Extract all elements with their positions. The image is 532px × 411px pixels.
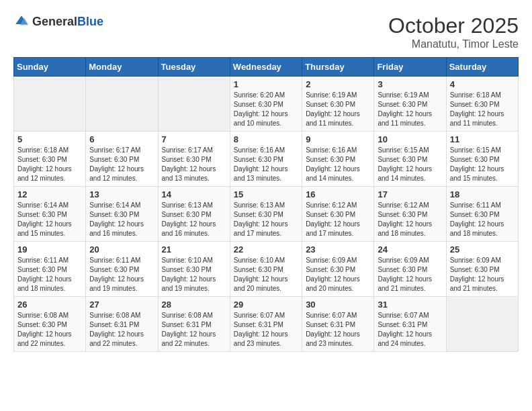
- title-section: October 2025 Manatutu, Timor Leste: [388, 13, 519, 50]
- day-info: Sunrise: 6:08 AM Sunset: 6:31 PM Dayligh…: [162, 311, 226, 349]
- day-number: 28: [162, 300, 226, 310]
- weekday-header-wednesday: Wednesday: [230, 58, 302, 77]
- day-number: 2: [306, 79, 370, 89]
- calendar-cell: 5Sunrise: 6:18 AM Sunset: 6:30 PM Daylig…: [14, 132, 86, 187]
- calendar-cell: 26Sunrise: 6:08 AM Sunset: 6:30 PM Dayli…: [14, 297, 86, 352]
- weekday-header-tuesday: Tuesday: [158, 58, 230, 77]
- calendar-cell: 6Sunrise: 6:17 AM Sunset: 6:30 PM Daylig…: [86, 132, 158, 187]
- day-info: Sunrise: 6:10 AM Sunset: 6:30 PM Dayligh…: [162, 256, 226, 293]
- day-number: 15: [234, 189, 298, 199]
- day-number: 17: [378, 189, 442, 199]
- day-info: Sunrise: 6:07 AM Sunset: 6:31 PM Dayligh…: [378, 311, 442, 349]
- location-subtitle: Manatutu, Timor Leste: [388, 38, 519, 50]
- day-info: Sunrise: 6:09 AM Sunset: 6:30 PM Dayligh…: [306, 256, 370, 293]
- day-number: 12: [17, 189, 82, 199]
- calendar-cell: 8Sunrise: 6:16 AM Sunset: 6:30 PM Daylig…: [230, 132, 302, 187]
- day-info: Sunrise: 6:17 AM Sunset: 6:30 PM Dayligh…: [89, 146, 154, 183]
- day-number: 18: [450, 189, 515, 199]
- calendar-cell: [158, 77, 230, 132]
- day-info: Sunrise: 6:12 AM Sunset: 6:30 PM Dayligh…: [378, 201, 442, 238]
- day-number: 10: [378, 134, 442, 144]
- day-info: Sunrise: 6:14 AM Sunset: 6:30 PM Dayligh…: [17, 201, 82, 238]
- day-info: Sunrise: 6:11 AM Sunset: 6:30 PM Dayligh…: [17, 256, 82, 293]
- day-number: 4: [450, 79, 515, 89]
- calendar-cell: 28Sunrise: 6:08 AM Sunset: 6:31 PM Dayli…: [158, 297, 230, 352]
- day-info: Sunrise: 6:18 AM Sunset: 6:30 PM Dayligh…: [17, 146, 82, 183]
- calendar-cell: 12Sunrise: 6:14 AM Sunset: 6:30 PM Dayli…: [14, 187, 86, 242]
- calendar-cell: 19Sunrise: 6:11 AM Sunset: 6:30 PM Dayli…: [14, 242, 86, 297]
- day-number: 6: [89, 134, 154, 144]
- weekday-header-friday: Friday: [374, 58, 446, 77]
- day-info: Sunrise: 6:11 AM Sunset: 6:30 PM Dayligh…: [89, 256, 154, 293]
- day-info: Sunrise: 6:11 AM Sunset: 6:30 PM Dayligh…: [450, 201, 515, 238]
- day-info: Sunrise: 6:16 AM Sunset: 6:30 PM Dayligh…: [234, 146, 298, 183]
- logo-blue-text: Blue: [77, 15, 103, 28]
- calendar-cell: [446, 297, 518, 352]
- calendar-cell: [86, 77, 158, 132]
- day-number: 21: [162, 244, 226, 255]
- month-year-title: October 2025: [388, 13, 519, 38]
- day-info: Sunrise: 6:07 AM Sunset: 6:31 PM Dayligh…: [306, 311, 370, 349]
- day-info: Sunrise: 6:13 AM Sunset: 6:30 PM Dayligh…: [234, 201, 298, 238]
- day-number: 3: [378, 79, 442, 89]
- page-header: GeneralBlue October 2025 Manatutu, Timor…: [13, 13, 519, 50]
- calendar-cell: 2Sunrise: 6:19 AM Sunset: 6:30 PM Daylig…: [302, 77, 374, 132]
- calendar-cell: 30Sunrise: 6:07 AM Sunset: 6:31 PM Dayli…: [302, 297, 374, 352]
- day-info: Sunrise: 6:16 AM Sunset: 6:30 PM Dayligh…: [306, 146, 370, 183]
- calendar-week-row: 19Sunrise: 6:11 AM Sunset: 6:30 PM Dayli…: [14, 242, 519, 297]
- calendar-cell: 11Sunrise: 6:15 AM Sunset: 6:30 PM Dayli…: [446, 132, 518, 187]
- calendar-cell: 22Sunrise: 6:10 AM Sunset: 6:30 PM Dayli…: [230, 242, 302, 297]
- calendar-cell: 31Sunrise: 6:07 AM Sunset: 6:31 PM Dayli…: [374, 297, 446, 352]
- day-number: 8: [234, 134, 298, 144]
- calendar-cell: 4Sunrise: 6:18 AM Sunset: 6:30 PM Daylig…: [446, 77, 518, 132]
- day-number: 13: [89, 189, 154, 199]
- calendar-cell: 14Sunrise: 6:13 AM Sunset: 6:30 PM Dayli…: [158, 187, 230, 242]
- day-number: 5: [17, 134, 82, 144]
- day-number: 14: [162, 189, 226, 199]
- calendar-cell: [14, 77, 86, 132]
- day-number: 19: [17, 244, 82, 255]
- day-info: Sunrise: 6:07 AM Sunset: 6:31 PM Dayligh…: [234, 311, 298, 349]
- logo-icon: [13, 13, 30, 30]
- calendar-cell: 10Sunrise: 6:15 AM Sunset: 6:30 PM Dayli…: [374, 132, 446, 187]
- calendar-cell: 7Sunrise: 6:17 AM Sunset: 6:30 PM Daylig…: [158, 132, 230, 187]
- calendar-cell: 24Sunrise: 6:09 AM Sunset: 6:30 PM Dayli…: [374, 242, 446, 297]
- weekday-header-saturday: Saturday: [446, 58, 518, 77]
- day-number: 1: [234, 79, 298, 89]
- weekday-header-thursday: Thursday: [302, 58, 374, 77]
- weekday-header-sunday: Sunday: [14, 58, 86, 77]
- day-number: 25: [450, 244, 515, 255]
- calendar-cell: 16Sunrise: 6:12 AM Sunset: 6:30 PM Dayli…: [302, 187, 374, 242]
- day-number: 16: [306, 189, 370, 199]
- calendar-week-row: 5Sunrise: 6:18 AM Sunset: 6:30 PM Daylig…: [14, 132, 519, 187]
- calendar-cell: 21Sunrise: 6:10 AM Sunset: 6:30 PM Dayli…: [158, 242, 230, 297]
- logo: GeneralBlue: [13, 13, 103, 30]
- logo-general-text: General: [32, 15, 77, 28]
- day-info: Sunrise: 6:12 AM Sunset: 6:30 PM Dayligh…: [306, 201, 370, 238]
- calendar-cell: 18Sunrise: 6:11 AM Sunset: 6:30 PM Dayli…: [446, 187, 518, 242]
- day-number: 11: [450, 134, 515, 144]
- day-info: Sunrise: 6:14 AM Sunset: 6:30 PM Dayligh…: [89, 201, 154, 238]
- day-info: Sunrise: 6:15 AM Sunset: 6:30 PM Dayligh…: [378, 146, 442, 183]
- day-info: Sunrise: 6:09 AM Sunset: 6:30 PM Dayligh…: [378, 256, 442, 293]
- day-info: Sunrise: 6:13 AM Sunset: 6:30 PM Dayligh…: [162, 201, 226, 238]
- day-info: Sunrise: 6:09 AM Sunset: 6:30 PM Dayligh…: [450, 256, 515, 293]
- day-number: 26: [17, 300, 82, 310]
- calendar-table: SundayMondayTuesdayWednesdayThursdayFrid…: [13, 57, 519, 352]
- day-info: Sunrise: 6:19 AM Sunset: 6:30 PM Dayligh…: [378, 91, 442, 128]
- calendar-cell: 27Sunrise: 6:08 AM Sunset: 6:31 PM Dayli…: [86, 297, 158, 352]
- day-info: Sunrise: 6:17 AM Sunset: 6:30 PM Dayligh…: [162, 146, 226, 183]
- calendar-cell: 13Sunrise: 6:14 AM Sunset: 6:30 PM Dayli…: [86, 187, 158, 242]
- day-info: Sunrise: 6:08 AM Sunset: 6:31 PM Dayligh…: [89, 311, 154, 349]
- calendar-cell: 3Sunrise: 6:19 AM Sunset: 6:30 PM Daylig…: [374, 77, 446, 132]
- day-info: Sunrise: 6:20 AM Sunset: 6:30 PM Dayligh…: [234, 91, 298, 128]
- calendar-cell: 23Sunrise: 6:09 AM Sunset: 6:30 PM Dayli…: [302, 242, 374, 297]
- day-info: Sunrise: 6:19 AM Sunset: 6:30 PM Dayligh…: [306, 91, 370, 128]
- calendar-cell: 9Sunrise: 6:16 AM Sunset: 6:30 PM Daylig…: [302, 132, 374, 187]
- day-number: 22: [234, 244, 298, 255]
- calendar-cell: 25Sunrise: 6:09 AM Sunset: 6:30 PM Dayli…: [446, 242, 518, 297]
- calendar-cell: 1Sunrise: 6:20 AM Sunset: 6:30 PM Daylig…: [230, 77, 302, 132]
- calendar-week-row: 1Sunrise: 6:20 AM Sunset: 6:30 PM Daylig…: [14, 77, 519, 132]
- day-number: 23: [306, 244, 370, 255]
- calendar-week-row: 26Sunrise: 6:08 AM Sunset: 6:30 PM Dayli…: [14, 297, 519, 352]
